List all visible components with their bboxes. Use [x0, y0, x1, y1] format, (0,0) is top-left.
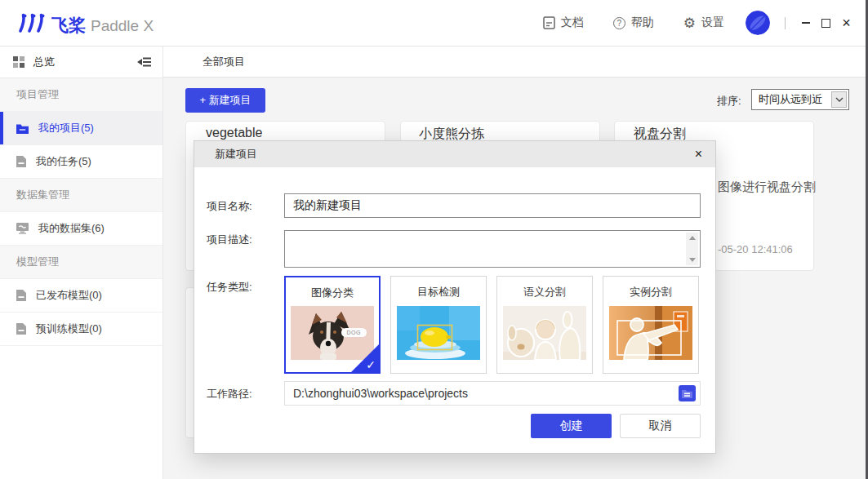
sort-selected-value: 时间从远到近 [759, 92, 822, 107]
chevron-down-icon [831, 91, 847, 108]
task-type-label: 任务类型: [207, 280, 252, 295]
new-project-button[interactable]: + 新建项目 [185, 88, 265, 113]
task-type-semantic-segmentation[interactable]: 语义分割 [496, 276, 593, 374]
sidebar-item-label: 我的数据集(6) [38, 221, 105, 236]
dialog-close-icon[interactable]: × [695, 148, 702, 161]
task-type-title: 图像分类 [286, 286, 379, 300]
work-path-label: 工作路径: [207, 387, 252, 401]
docs-menu-label: 文档 [561, 16, 584, 30]
minimize-button[interactable] [795, 12, 816, 33]
document-icon [543, 16, 555, 29]
section-header-label: 模型管理 [16, 255, 59, 269]
sidebar-item-label: 我的项目(5) [38, 121, 94, 135]
page-title: 全部项目 [203, 55, 245, 69]
close-window-button[interactable]: × [836, 12, 857, 33]
new-project-dialog: 新建项目 × 项目名称: 项目描述: 任务类型: 图像分类 [194, 140, 716, 454]
scroll-down-icon[interactable] [689, 258, 696, 262]
collapse-sidebar-icon[interactable] [137, 56, 151, 68]
tasks-document-icon [16, 156, 26, 167]
help-icon: ? [613, 17, 625, 29]
help-glyph: ? [617, 19, 621, 28]
work-path-input[interactable] [284, 381, 701, 406]
section-header-label: 数据集管理 [16, 188, 69, 202]
titlebar-menu: 文档 ? 帮助 ⚙ 设置 [514, 16, 724, 30]
object-detection-thumbnail [397, 306, 480, 360]
maximize-icon [821, 19, 830, 28]
sidebar-item-label: 我的任务(5) [36, 154, 91, 169]
help-menu-item[interactable]: ? 帮助 [613, 16, 654, 30]
titlebar: 飞桨 Paddle X 文档 ? 帮助 ⚙ 设置 [0, 0, 868, 47]
dataset-monitor-icon [16, 223, 29, 234]
section-header-label: 项目管理 [16, 87, 59, 102]
check-icon: ✓ [366, 358, 376, 371]
project-description-field [284, 230, 701, 268]
app-logo: 飞桨 Paddle X [18, 12, 154, 33]
create-button[interactable]: 创建 [531, 414, 612, 438]
cancel-button[interactable]: 取消 [620, 414, 701, 438]
dialog-header: 新建项目 × [194, 141, 715, 167]
sort-select[interactable]: 时间从远到近 [751, 89, 849, 110]
sidebar-section-dataset-management: 数据集管理 [0, 179, 162, 212]
folder-icon [682, 389, 692, 398]
project-card-title: vegetable [206, 126, 262, 140]
task-type-object-detection[interactable]: 目标检测 [390, 276, 487, 374]
instance-segmentation-thumbnail [609, 306, 692, 360]
overview-grid-icon [13, 56, 24, 68]
dog-label-badge: DOG [341, 328, 367, 337]
logo-text-cn: 飞桨 [51, 16, 86, 33]
sidebar-section-project-management: 项目管理 [0, 78, 162, 112]
page-header: 全部项目 [163, 47, 868, 78]
sidebar-section-model-management: 模型管理 [0, 246, 162, 279]
task-type-image-classification[interactable]: 图像分类 DOG ✓ [284, 276, 381, 374]
model-document-icon [16, 290, 26, 301]
avatar[interactable] [746, 11, 770, 35]
project-description-input[interactable] [285, 231, 685, 267]
task-type-title: 目标检测 [391, 285, 486, 299]
sidebar-item-pretrained-models[interactable]: 预训练模型(0) [0, 313, 162, 346]
model-document-icon [16, 323, 26, 335]
sidebar-item-label: 已发布模型(0) [36, 288, 102, 303]
settings-menu-label: 设置 [701, 16, 724, 30]
sidebar: 总览 项目管理 我的项目(5) [0, 47, 163, 479]
titlebar-divider [785, 17, 786, 29]
semantic-segmentation-thumbnail [503, 306, 586, 360]
sidebar-overview-label: 总览 [33, 55, 137, 69]
textarea-scrollbar[interactable] [686, 233, 698, 265]
maximize-button[interactable] [816, 12, 836, 33]
sidebar-item-label: 预训练模型(0) [36, 322, 102, 336]
sidebar-item-my-projects[interactable]: 我的项目(5) [0, 112, 162, 145]
project-name-input[interactable] [284, 193, 701, 218]
sidebar-item-my-datasets[interactable]: 我的数据集(6) [0, 212, 162, 246]
sidebar-item-published-models[interactable]: 已发布模型(0) [0, 279, 162, 313]
dialog-title: 新建项目 [215, 147, 257, 162]
task-type-title: 实例分割 [603, 285, 698, 299]
sidebar-item-overview[interactable]: 总览 [0, 47, 162, 78]
help-menu-label: 帮助 [631, 16, 654, 30]
close-icon: × [842, 16, 851, 30]
sort-label: 排序: [717, 94, 741, 109]
scroll-up-icon[interactable] [689, 236, 696, 240]
sidebar-item-my-tasks[interactable]: 我的任务(5) [0, 145, 162, 179]
browse-folder-button[interactable] [679, 385, 696, 401]
folder-icon [16, 123, 29, 134]
docs-menu-item[interactable]: 文档 [543, 16, 584, 30]
paddlex-window: 飞桨 Paddle X 文档 ? 帮助 ⚙ 设置 [0, 0, 868, 479]
project-name-label: 项目名称: [207, 199, 252, 214]
project-card-created-time: -05-20 12:41:06 [718, 243, 793, 255]
task-type-title: 语义分割 [497, 285, 592, 299]
gear-icon: ⚙ [683, 16, 696, 30]
settings-menu-item[interactable]: ⚙ 设置 [683, 16, 724, 30]
minimize-icon [802, 22, 810, 24]
paddle-logo-icon [18, 12, 47, 33]
logo-text-en: Paddle X [91, 18, 154, 33]
project-description-label: 项目描述: [207, 233, 252, 247]
project-card-description: 图像进行视盘分割 [718, 180, 816, 195]
task-type-instance-segmentation[interactable]: 实例分割 [603, 276, 699, 374]
